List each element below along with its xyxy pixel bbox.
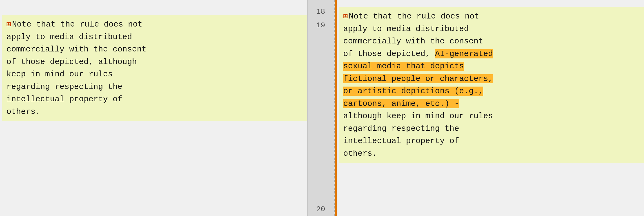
- line-number-18: 18: [308, 5, 334, 18]
- right-line7-added: or artistic depictions (e.g.,: [343, 87, 483, 96]
- right-line4-added: AI-generated: [435, 49, 493, 58]
- left-content-area: ⊞Note that the rule does not apply to me…: [0, 0, 307, 216]
- right-line6-added: fictional people or characters,: [343, 74, 493, 83]
- left-line4: of those depicted, although: [6, 57, 137, 66]
- right-line8-added: cartoons, anime, etc.) -: [343, 99, 459, 108]
- left-text-block: ⊞Note that the rule does not apply to me…: [2, 15, 307, 121]
- left-line6: regarding respecting the: [6, 82, 122, 91]
- line-number-19: 19: [308, 18, 334, 32]
- right-diff-panel: ⊞Note that the rule does not apply to me…: [335, 0, 644, 216]
- right-line9: although keep in mind our rules: [343, 111, 493, 121]
- line-numbers-column: 18 19 20: [307, 0, 334, 216]
- right-line1: Note that the rule does not: [349, 12, 479, 21]
- right-line10: regarding respecting the: [343, 124, 459, 133]
- left-line7: intellectual property of: [6, 95, 122, 104]
- left-line3: commercially with the consent: [6, 45, 147, 54]
- right-text-block: ⊞Note that the rule does not apply to me…: [339, 7, 644, 163]
- right-content-area: ⊞Note that the rule does not apply to me…: [337, 0, 644, 216]
- left-marker-icon: ⊞: [6, 19, 11, 30]
- left-line2: apply to media distributed: [6, 32, 132, 42]
- right-line4-prefix: of those depicted,: [343, 49, 435, 58]
- right-line3: commercially with the consent: [343, 37, 483, 46]
- left-line5: keep in mind our rules: [6, 70, 113, 79]
- line-number-20: 20: [308, 202, 334, 216]
- right-line5-added: sexual media that depicts: [343, 62, 464, 71]
- left-line1: Note that the rule does not: [12, 20, 142, 29]
- right-line11: intellectual property of: [343, 136, 459, 146]
- right-marker-icon: ⊞: [343, 11, 348, 22]
- left-line8: others.: [6, 107, 40, 116]
- right-line2: apply to media distributed: [343, 24, 469, 33]
- left-diff-panel: ⊞Note that the rule does not apply to me…: [0, 0, 307, 216]
- right-line12: others.: [343, 149, 377, 158]
- diff-view: ⊞Note that the rule does not apply to me…: [0, 0, 644, 216]
